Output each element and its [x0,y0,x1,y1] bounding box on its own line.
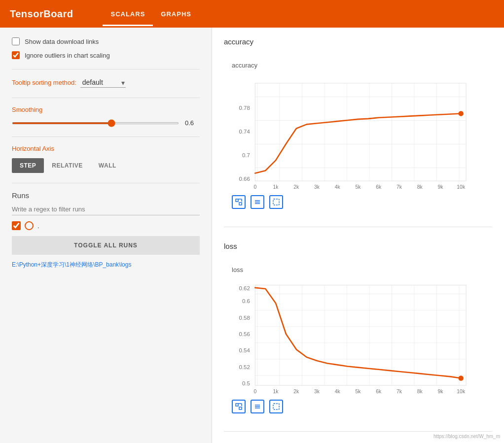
svg-rect-15 [255,83,466,181]
svg-text:4k: 4k [335,184,341,190]
loss-chart: 0.5 0.52 0.54 0.56 0.58 0.6 0.62 0 1k 2k… [232,277,484,396]
run-circle-icon [25,221,34,230]
svg-text:0.66: 0.66 [239,176,250,182]
svg-rect-46 [239,407,242,409]
divider-2 [12,98,200,98]
show-download-links-label: Show data download links [25,38,99,45]
svg-text:10k: 10k [457,184,466,190]
svg-text:6k: 6k [376,184,382,190]
tooltip-row: Tooltip sorting method: default ascendin… [12,77,200,88]
loss-chart-actions [232,400,484,413]
loss-chart-card: loss 0.5 0.52 0.54 0.56 0.58 [224,258,492,421]
svg-text:7k: 7k [396,389,402,394]
svg-text:9k: 9k [437,389,443,394]
loss-chart-title: loss [232,266,484,273]
tooltip-select[interactable]: default ascending descending nearest [80,77,126,88]
svg-text:0.56: 0.56 [239,331,250,337]
main-layout: Show data download links Ignore outliers… [0,28,504,443]
svg-text:0.52: 0.52 [239,364,250,370]
loss-section-title: loss [224,242,492,250]
axis-btn-relative[interactable]: RELATIVE [44,158,90,173]
smoothing-slider[interactable] [12,122,179,124]
app-header: TensorBoard SCALARS GRAPHS [0,0,504,28]
divider-3 [12,136,200,137]
svg-text:5k: 5k [355,389,361,394]
runs-label: Runs [12,191,200,200]
show-download-links-checkbox[interactable] [12,37,20,45]
svg-text:0.6: 0.6 [242,298,250,304]
svg-text:0.62: 0.62 [239,285,250,291]
svg-text:2k: 2k [293,389,299,394]
runs-section: Runs . TOGGLE ALL RUNS E:\Python+深度学习\1神… [12,191,200,269]
nav-scalars[interactable]: SCALARS [103,1,153,26]
accuracy-section: accuracy accuracy 0.66 0.7 0.7 [224,37,492,227]
loss-zoom-btn[interactable] [269,400,283,413]
accuracy-chart-card: accuracy 0.66 0.7 0.74 0.78 [224,54,492,217]
svg-text:9k: 9k [437,184,443,190]
svg-text:1k: 1k [273,184,279,190]
svg-text:4k: 4k [335,389,341,394]
svg-text:8k: 8k [417,184,423,190]
show-download-links-row[interactable]: Show data download links [12,37,200,45]
nav-graphs[interactable]: GRAPHS [153,1,199,26]
smoothing-label: Smoothing [12,106,200,113]
options-section: Show data download links Ignore outliers… [12,37,200,59]
svg-text:0.58: 0.58 [239,315,250,321]
smoothing-row: 0.6 [12,119,200,127]
svg-rect-24 [273,199,279,205]
run-checkbox[interactable] [12,221,21,230]
axis-btn-step[interactable]: STEP [12,158,44,173]
watermark: https://blog.csdn.net/W_hm_m [433,434,500,439]
main-nav: SCALARS GRAPHS [103,1,199,26]
horizontal-axis-section: Horizontal Axis STEP RELATIVE WALL [12,145,200,173]
tooltip-label: Tooltip sorting method: [12,79,76,86]
sidebar: Show data download links Ignore outliers… [0,28,212,443]
svg-text:2k: 2k [293,184,299,190]
svg-text:8k: 8k [417,389,423,394]
svg-rect-18 [239,203,242,205]
accuracy-data-btn[interactable] [251,195,264,209]
smoothing-value: 0.6 [185,119,200,127]
svg-point-44 [458,375,463,380]
svg-text:0.5: 0.5 [242,380,250,386]
svg-text:7k: 7k [396,184,402,190]
loss-expand-btn[interactable] [232,400,246,413]
runs-filter-input[interactable] [12,204,200,215]
tooltip-section: Tooltip sorting method: default ascendin… [12,77,200,88]
accuracy-chart: 0.66 0.7 0.74 0.78 0 1k 2k 3k 4k 5k 6k 7… [232,73,484,191]
svg-text:6k: 6k [376,389,382,394]
ignore-outliers-row[interactable]: Ignore outliers in chart scaling [12,51,200,59]
svg-point-16 [458,111,463,116]
svg-text:3k: 3k [314,184,320,190]
axis-btn-wall[interactable]: WALL [91,158,124,173]
svg-text:0.78: 0.78 [239,105,250,111]
toggle-all-runs-button[interactable]: TOGGLE ALL RUNS [12,236,200,255]
accuracy-expand-btn[interactable] [232,195,246,209]
accuracy-svg: 0.66 0.7 0.74 0.78 0 1k 2k 3k 4k 5k 6k 7… [232,73,484,191]
main-content: accuracy accuracy 0.66 0.7 0.7 [212,28,504,443]
accuracy-zoom-btn[interactable] [269,195,283,209]
app-title: TensorBoard [10,8,73,20]
svg-text:10k: 10k [457,389,466,394]
svg-text:3k: 3k [314,389,320,394]
axis-buttons: STEP RELATIVE WALL [12,158,200,173]
svg-rect-52 [273,404,279,409]
accuracy-chart-title: accuracy [232,62,484,69]
run-dot-label: . [37,222,39,230]
svg-rect-17 [236,199,238,202]
svg-text:5k: 5k [355,184,361,190]
ignore-outliers-label: Ignore outliers in chart scaling [25,52,110,59]
svg-text:0: 0 [253,184,256,190]
run-path: E:\Python+深度学习\1神经网络\BP_bank\logs [12,261,200,269]
runs-row: . [12,221,200,230]
smoothing-section: Smoothing 0.6 [12,106,200,127]
divider-4 [12,183,200,183]
tooltip-select-wrapper: default ascending descending nearest ▾ [80,77,126,88]
svg-text:1k: 1k [273,389,279,394]
loss-data-btn[interactable] [251,400,264,413]
divider-1 [12,69,200,69]
ignore-outliers-checkbox[interactable] [12,51,20,59]
horizontal-axis-label: Horizontal Axis [12,145,200,152]
loss-section: loss loss 0.5 0.52 0.54 0.56 [224,242,492,432]
accuracy-section-title: accuracy [224,37,492,46]
